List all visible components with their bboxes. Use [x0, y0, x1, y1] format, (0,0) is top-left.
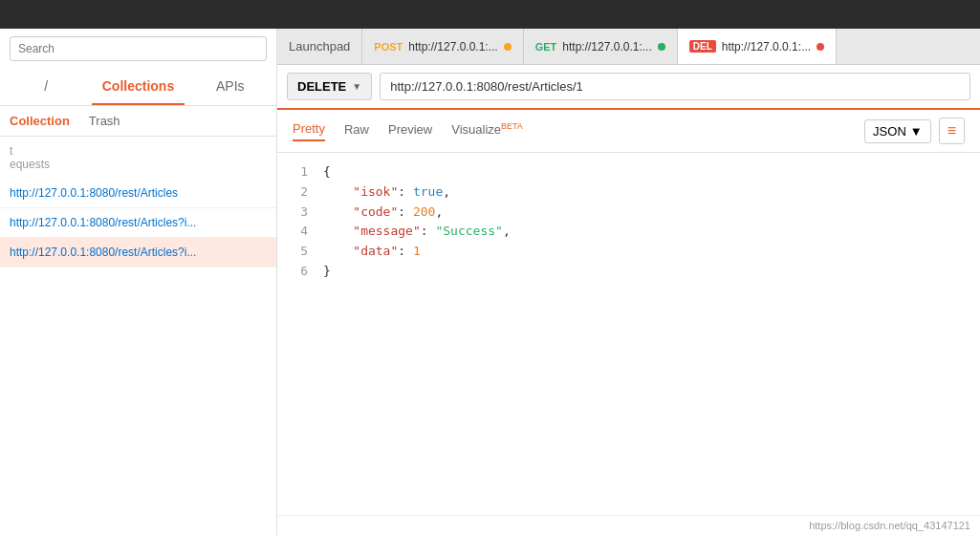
search-area — [0, 29, 276, 69]
chevron-down-icon: ▼ — [352, 81, 361, 92]
launchpad-label: Launchpad — [289, 39, 350, 54]
code-line-5: 5 "data": 1 — [293, 242, 965, 262]
line-content: "isok": true, — [323, 182, 450, 203]
method-label: DELETE — [297, 79, 346, 94]
line-number: 5 — [293, 242, 308, 262]
resp-tab-preview[interactable]: Preview — [388, 122, 432, 140]
response-area: Pretty Raw Preview VisualizeBETA JSON ▼ … — [277, 110, 980, 515]
sidebar-subtab-collection[interactable]: Collection — [10, 114, 70, 128]
sidebar-tab-slash[interactable]: / — [0, 69, 92, 105]
get-method-badge: GET — [535, 41, 557, 53]
sidebar-section: t equests — [0, 137, 276, 179]
code-line-2: 2 "isok": true, — [293, 182, 965, 203]
get-url: http://127.0.0.1:... — [562, 40, 651, 54]
wrap-button[interactable]: ≡ — [939, 118, 965, 144]
sidebar-tabs: / Collections APIs — [0, 69, 276, 106]
sidebar-subtab-trash[interactable]: Trash — [89, 114, 120, 128]
url-input[interactable] — [380, 73, 970, 100]
line-number: 1 — [293, 162, 308, 182]
list-item[interactable]: http://127.0.0.1:8080/rest/Articles — [0, 179, 276, 208]
code-line-1: 1 { — [293, 162, 965, 182]
code-line-4: 4 "message": "Success", — [293, 222, 965, 242]
response-tabs: Pretty Raw Preview VisualizeBETA JSON ▼ … — [277, 110, 980, 153]
footer: https://blog.csdn.net/qq_43147121 — [277, 515, 980, 535]
sidebar-tab-collections[interactable]: Collections — [92, 69, 184, 105]
get-dot — [658, 43, 665, 51]
tab-get[interactable]: GET http://127.0.0.1:... — [524, 29, 678, 64]
del-dot — [817, 43, 824, 51]
tab-launchpad[interactable]: Launchpad — [277, 29, 362, 64]
del-url: http://127.0.0.1:... — [722, 40, 811, 54]
post-method-badge: POST — [374, 41, 403, 53]
sidebar: / Collections APIs Collection Trash t eq… — [0, 29, 277, 535]
line-content: "code": 200, — [323, 203, 443, 223]
resp-tab-raw[interactable]: Raw — [344, 122, 369, 140]
top-bar — [0, 0, 980, 29]
line-number: 4 — [293, 222, 308, 242]
line-content: "data": 1 — [323, 242, 421, 262]
sidebar-list: http://127.0.0.1:8080/rest/Articles http… — [0, 179, 276, 268]
list-item[interactable]: http://127.0.0.1:8080/rest/Articles?i... — [0, 208, 276, 238]
sidebar-tab-apis[interactable]: APIs — [185, 69, 276, 105]
tabs-bar: Launchpad POST http://127.0.0.1:... GET … — [277, 29, 980, 65]
line-content: } — [323, 262, 331, 282]
tab-post[interactable]: POST http://127.0.0.1:... — [362, 29, 523, 64]
line-number: 2 — [293, 182, 308, 203]
line-number: 3 — [293, 203, 308, 223]
code-line-3: 3 "code": 200, — [293, 203, 965, 223]
tab-del[interactable]: DEL http://127.0.0.1:... — [678, 29, 837, 64]
format-chevron-icon: ▼ — [910, 124, 923, 139]
method-select[interactable]: DELETE ▼ — [287, 73, 372, 100]
post-url: http://127.0.0.1:... — [408, 40, 497, 54]
code-view: 1 { 2 "isok": true, 3 "code": 200, — [277, 153, 980, 515]
del-method-badge: DEL — [689, 40, 716, 53]
search-input[interactable] — [10, 36, 267, 61]
resp-tab-pretty[interactable]: Pretty — [293, 121, 325, 141]
post-dot — [504, 43, 512, 51]
line-content: { — [323, 162, 331, 182]
resp-tab-visualize[interactable]: VisualizeBETA — [451, 121, 523, 140]
right-panel: Launchpad POST http://127.0.0.1:... GET … — [277, 29, 980, 535]
watermark-text: https://blog.csdn.net/qq_43147121 — [809, 520, 970, 531]
format-selector[interactable]: JSON ▼ — [864, 119, 931, 143]
code-line-6: 6 } — [293, 262, 965, 282]
request-bar: DELETE ▼ — [277, 65, 980, 110]
line-content: "message": "Success", — [323, 222, 511, 242]
resp-tab-right: JSON ▼ ≡ — [864, 118, 965, 144]
format-label: JSON — [873, 124, 906, 139]
main-layout: / Collections APIs Collection Trash t eq… — [0, 29, 980, 535]
line-number: 6 — [293, 262, 308, 282]
list-item[interactable]: http://127.0.0.1:8080/rest/Articles?i... — [0, 238, 276, 268]
sidebar-sub-tabs: Collection Trash — [0, 106, 276, 137]
